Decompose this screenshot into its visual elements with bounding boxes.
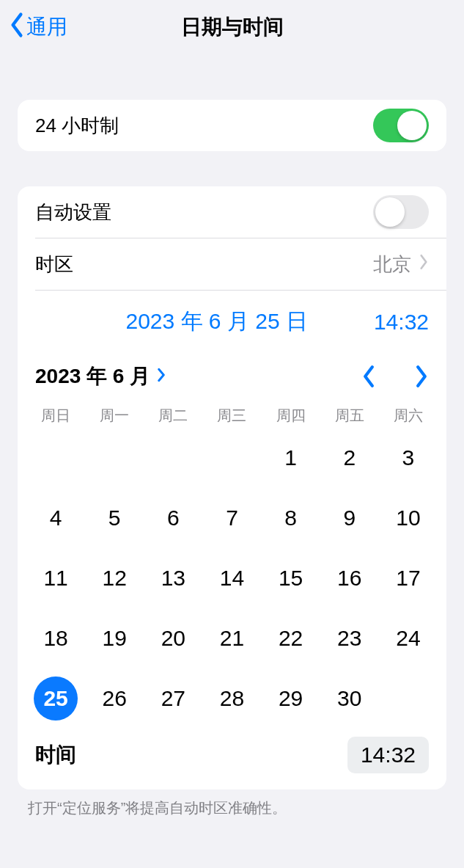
footer-note: 打开“定位服务”将提高自动时区准确性。 [0,789,464,818]
month-picker-label: 2023 年 6 月 [35,362,150,390]
calendar-days-grid: 1234567891011121314151617181920212223242… [18,433,446,726]
row-24hour: 24 小时制 [18,100,446,151]
calendar-day[interactable]: 11 [26,556,85,600]
calendar-day[interactable]: 21 [202,616,261,660]
calendar-weekday: 周日 [26,400,85,433]
row-timezone-value-wrap: 北京 [373,252,429,277]
row-24hour-label: 24 小时制 [35,113,119,139]
current-date-button[interactable]: 2023 年 6 月 25 日 [125,307,307,337]
calendar-day[interactable]: 17 [379,556,438,600]
chevron-right-icon [156,365,166,388]
calendar-day[interactable]: 26 [85,676,144,721]
calendar-weekday-row: 周日周一周二周三周四周五周六 [18,400,446,433]
chevron-right-icon [419,254,429,274]
calendar-day[interactable]: 23 [320,616,379,660]
calendar-day[interactable]: 4 [26,496,85,540]
row-time-label: 时间 [35,741,76,769]
calendar-day[interactable]: 8 [262,496,320,540]
calendar-day[interactable]: 16 [320,556,379,600]
calendar-day[interactable]: 24 [379,616,438,660]
calendar-day[interactable]: 25 [26,676,85,721]
calendar-weekday: 周一 [85,400,144,433]
calendar-day[interactable]: 29 [262,676,320,721]
row-timezone[interactable]: 时区 北京 [18,238,446,290]
calendar-day[interactable]: 27 [144,676,202,721]
calendar-day[interactable]: 20 [144,616,202,660]
row-timezone-label: 时区 [35,252,73,277]
calendar-day[interactable]: 5 [85,496,144,540]
calendar-day[interactable]: 12 [85,556,144,600]
calendar-day[interactable]: 19 [85,616,144,660]
current-time-button[interactable]: 14:32 [374,310,429,335]
calendar-weekday: 周三 [202,400,261,433]
current-datetime-row: 2023 年 6 月 25 日 14:32 [18,291,446,353]
switch-24hour[interactable] [373,109,429,142]
calendar-day[interactable]: 22 [262,616,320,660]
calendar-weekday: 周二 [144,400,202,433]
nav-back-button[interactable]: 通用 [0,12,67,43]
calendar-day[interactable]: 3 [379,436,438,480]
calendar-day[interactable]: 7 [202,496,261,540]
page-title: 日期与时间 [0,13,464,41]
prev-month-button[interactable] [361,365,376,388]
section-datetime: 自动设置 时区 北京 2023 年 6 月 25 日 14:32 2023 年 … [18,186,446,789]
calendar-day[interactable]: 9 [320,496,379,540]
nav-back-label: 通用 [26,13,67,41]
calendar-day[interactable]: 18 [26,616,85,660]
calendar-day-blank [26,436,85,480]
calendar-weekday: 周四 [262,400,320,433]
calendar-day[interactable]: 30 [320,676,379,721]
section-display: 24 小时制 [18,100,446,151]
next-month-button[interactable] [414,365,429,388]
calendar-day[interactable]: 15 [262,556,320,600]
calendar-day[interactable]: 14 [202,556,261,600]
switch-autoset[interactable] [373,195,429,229]
calendar-day[interactable]: 2 [320,436,379,480]
row-autoset-label: 自动设置 [35,200,111,225]
month-picker-button[interactable]: 2023 年 6 月 [35,362,166,390]
time-chip-button[interactable]: 14:32 [347,737,429,773]
calendar-day[interactable]: 10 [379,496,438,540]
calendar-weekday: 周六 [379,400,438,433]
calendar-day-blank [144,436,202,480]
calendar-day[interactable]: 1 [262,436,320,480]
calendar-day-blank [202,436,261,480]
calendar-day[interactable]: 13 [144,556,202,600]
calendar-day[interactable]: 28 [202,676,261,721]
calendar-day[interactable]: 6 [144,496,202,540]
row-timezone-value: 北京 [373,252,411,277]
chevron-left-icon [9,12,25,43]
row-time: 时间 14:32 [18,726,446,789]
calendar-weekday: 周五 [320,400,379,433]
calendar-day-blank [85,436,144,480]
row-autoset: 自动设置 [18,186,446,238]
